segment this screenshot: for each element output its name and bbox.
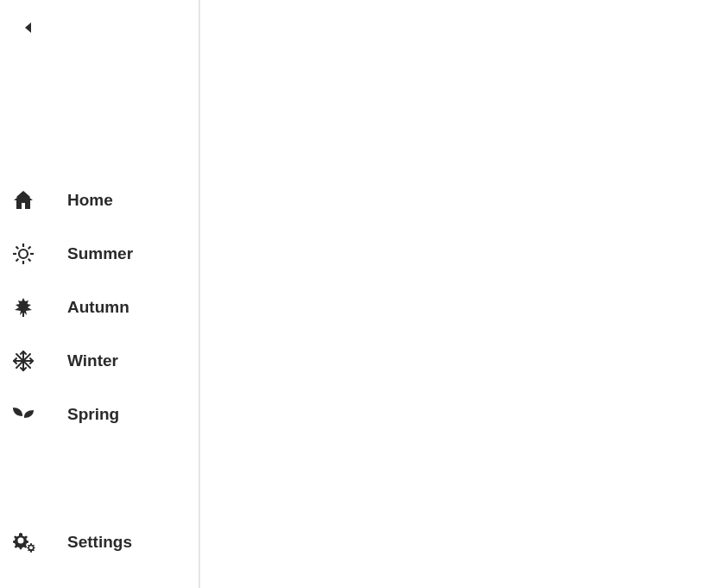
sidebar-item-settings[interactable]: Settings	[12, 515, 186, 569]
sidebar-item-winter[interactable]: Winter	[12, 334, 186, 388]
leaf-icon	[12, 296, 43, 319]
sidebar-item-label: Winter	[67, 351, 118, 370]
sidebar-item-label: Spring	[67, 405, 119, 424]
sidebar-item-label: Settings	[67, 533, 132, 552]
svg-line-6	[28, 259, 31, 262]
home-icon	[12, 190, 43, 211]
sidebar-item-summer[interactable]: Summer	[12, 227, 186, 281]
sidebar: Home Summer	[0, 0, 200, 588]
sidebar-item-autumn[interactable]: Autumn	[12, 281, 186, 334]
app-shell: Home Summer	[0, 0, 725, 588]
settings-icon	[12, 532, 43, 553]
sidebar-item-label: Autumn	[67, 298, 129, 317]
sidebar-item-label: Summer	[67, 244, 133, 263]
svg-rect-9	[22, 312, 24, 317]
sidebar-nav: Home Summer	[12, 174, 186, 441]
svg-line-5	[16, 247, 19, 250]
svg-point-14	[18, 538, 23, 543]
svg-point-0	[19, 250, 28, 258]
sidebar-item-label: Home	[67, 191, 113, 210]
sun-icon	[12, 243, 43, 265]
sidebar-footer: Settings	[12, 515, 186, 569]
collapse-button[interactable]	[12, 16, 43, 40]
content	[200, 0, 725, 588]
sidebar-item-spring[interactable]: Spring	[12, 388, 186, 441]
caret-left-icon	[23, 22, 32, 34]
sidebar-item-home[interactable]: Home	[12, 174, 186, 227]
svg-line-8	[16, 259, 19, 262]
seedling-icon	[12, 405, 43, 424]
svg-line-7	[28, 247, 31, 250]
snowflake-icon	[12, 350, 43, 372]
